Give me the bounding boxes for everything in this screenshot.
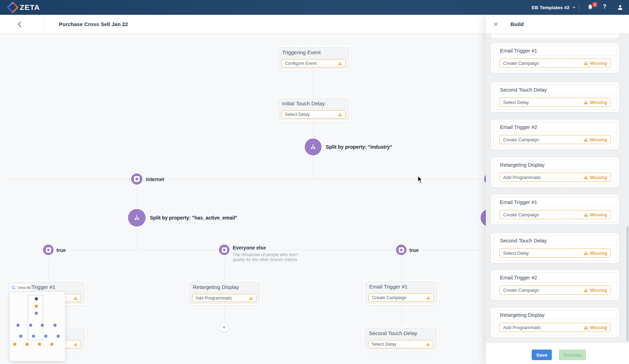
panel-card[interactable]: Second Touch Delay Select Delay Missing — [491, 233, 619, 263]
connector — [401, 305, 402, 326]
back-button[interactable] — [15, 20, 24, 29]
missing-status: Missing — [583, 288, 607, 293]
minimap-viewport[interactable] — [28, 295, 43, 340]
node-retargeting-display[interactable]: Retargeting Display Add Programmatic — [187, 280, 262, 305]
warning-icon — [583, 100, 588, 105]
split-label-has-active-email: Split by property: "has_active_email" — [150, 215, 237, 221]
branch-node-internet[interactable]: ✱ — [130, 172, 144, 186]
branch-description: The remainder of people who don't qualif… — [233, 252, 307, 262]
warning-icon — [583, 137, 588, 142]
panel-card-title: Second Touch Delay — [494, 236, 616, 246]
warning-icon — [583, 325, 588, 330]
panel-footer: Save Activate — [486, 343, 629, 364]
minimap-node-dot — [26, 343, 29, 346]
minimap-node-dot — [50, 343, 54, 346]
notification-count-badge: 3 — [592, 2, 597, 7]
connector — [137, 228, 137, 250]
select-delay-button[interactable]: Select Delay — [368, 340, 433, 348]
asterisk-icon: ✱ — [134, 176, 140, 182]
minimap-node-dot — [41, 324, 44, 327]
panel-card[interactable]: Retargeting Display Add Programmatic Mis… — [491, 308, 619, 337]
select-delay-button[interactable]: Select Delay Missing — [499, 248, 611, 258]
view-all-button[interactable]: View All — [10, 284, 31, 291]
connector — [313, 70, 313, 97]
select-delay-button[interactable]: Select Delay Missing — [499, 98, 611, 107]
branch-line-industry — [5, 179, 486, 179]
zeta-logo-icon[interactable] — [7, 2, 18, 13]
node-second-touch-delay-right[interactable]: Second Touch Delay Select Delay — [363, 326, 439, 351]
minimap-node-dot — [38, 343, 41, 346]
top-nav: ZETA EB Templates #2 3 ? — [0, 0, 629, 15]
workspace-label: EB Templates #2 — [532, 5, 569, 10]
minimap-node-dot — [29, 324, 32, 327]
branch-node-clipped[interactable] — [483, 172, 486, 186]
node-email-trigger-1-right[interactable]: Email Trigger #1 Create Campaign — [363, 280, 439, 305]
add-programmatic-button[interactable]: Add Programmatic Missing — [499, 173, 611, 182]
branch-node-true-2[interactable]: ✱ — [395, 243, 408, 257]
warning-icon — [249, 296, 253, 300]
branch-node-everyone-else[interactable]: ✱ — [218, 243, 231, 257]
configure-event-button[interactable]: Configure Event — [281, 59, 346, 67]
panel-card-title: Retargeting Display — [494, 160, 616, 170]
panel-card[interactable]: Email Trigger #2 Create Campaign Missing — [491, 270, 619, 300]
panel-card-partial — [491, 33, 619, 38]
close-icon[interactable]: ✕ — [491, 20, 500, 29]
app-root: ZETA EB Templates #2 3 ? Purchase Cross … — [0, 0, 629, 364]
asterisk-icon: ✱ — [46, 247, 51, 253]
create-campaign-button[interactable]: Create Campaign Missing — [499, 210, 611, 219]
minimap-node-dot — [44, 335, 48, 338]
save-button[interactable]: Save — [532, 350, 552, 360]
connector — [137, 186, 137, 209]
minimap[interactable] — [10, 292, 65, 361]
panel-scrollbar[interactable] — [627, 226, 628, 341]
warning-icon — [583, 212, 588, 217]
node-triggering-event[interactable]: Triggering Event Configure Event — [276, 45, 351, 70]
warning-icon — [426, 342, 430, 346]
branch-node-true-1[interactable]: ✱ — [42, 243, 55, 257]
panel-card[interactable]: Retargeting Display Add Programmatic Mis… — [491, 158, 619, 187]
panel-card-title: Email Trigger #1 — [494, 197, 616, 207]
create-campaign-button[interactable]: Create Campaign Missing — [499, 58, 611, 68]
workspace-selector[interactable]: EB Templates #2 — [532, 0, 576, 15]
warning-icon — [73, 342, 78, 346]
asterisk-icon: ✱ — [222, 247, 227, 253]
nav-divider — [579, 4, 579, 12]
help-icon[interactable]: ? — [603, 4, 606, 10]
panel-card[interactable]: Email Trigger #1 Create Campaign Missing — [491, 195, 619, 224]
panel-card[interactable]: Email Trigger #2 Create Campaign Missing — [491, 120, 619, 149]
panel-card-title: Second Touch Delay — [494, 85, 616, 95]
warning-icon — [583, 61, 588, 66]
add-programmatic-button[interactable]: Add Programmatic — [192, 294, 256, 302]
build-panel-body[interactable]: Email Trigger #1 Create Campaign Missing… — [486, 33, 629, 343]
add-step-button[interactable]: + — [219, 323, 229, 332]
select-delay-button[interactable]: Select Delay — [281, 110, 346, 118]
missing-status: Missing — [583, 137, 607, 142]
journey-canvas[interactable]: Triggering Event Configure Event Initial… — [0, 33, 486, 364]
add-programmatic-button[interactable]: Add Programmatic Missing — [499, 323, 611, 332]
connector — [224, 257, 225, 280]
activate-button[interactable]: Activate — [559, 350, 586, 360]
connector — [224, 305, 225, 323]
warning-icon — [583, 288, 588, 292]
minimap-node-dot — [35, 312, 38, 315]
minimap-node-dot — [19, 335, 23, 338]
create-campaign-button[interactable]: Create Campaign — [368, 294, 434, 302]
split-node-has-active-email[interactable] — [126, 207, 147, 228]
minimap-node-dot — [35, 305, 38, 308]
panel-card[interactable]: Second Touch Delay Select Delay Missing — [491, 82, 619, 112]
node-initial-touch-delay[interactable]: Initial Touch Delay Select Delay — [276, 97, 351, 122]
page-title: Purchase Cross Sell Jan 22 — [59, 21, 128, 27]
split-label-industry: Split by property: "industry" — [326, 144, 392, 150]
create-campaign-button[interactable]: Create Campaign Missing — [499, 135, 611, 144]
split-node-clipped[interactable] — [479, 207, 486, 228]
missing-status: Missing — [583, 61, 607, 66]
panel-card[interactable]: Email Trigger #1 Create Campaign Missing — [491, 43, 619, 73]
warning-icon — [338, 61, 342, 66]
split-node-industry[interactable] — [303, 137, 323, 157]
user-profile-icon[interactable] — [617, 4, 624, 11]
node-title: Retargeting Display — [189, 282, 260, 292]
create-campaign-button[interactable]: Create Campaign Missing — [499, 285, 611, 295]
chevron-down-icon — [572, 5, 576, 10]
connector — [401, 257, 402, 280]
split-icon — [132, 214, 141, 222]
